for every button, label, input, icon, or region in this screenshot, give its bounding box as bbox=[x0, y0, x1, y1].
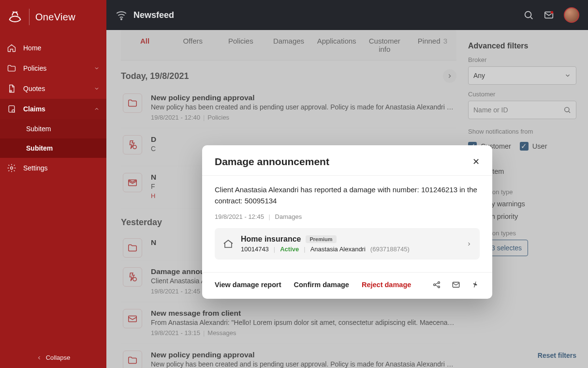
sidebar-submenu-claims: Subitem Subitem bbox=[0, 119, 106, 158]
view-damage-button[interactable]: View damage report bbox=[215, 281, 281, 289]
sidebar-item-label: Home bbox=[23, 44, 41, 52]
svg-point-5 bbox=[525, 12, 531, 18]
modal-title: Damage announcement bbox=[215, 156, 329, 168]
sidebar-item-policies[interactable]: Policies bbox=[0, 58, 106, 78]
confirm-damage-button[interactable]: Confirm damage bbox=[294, 281, 349, 289]
modal-body-text: Client Anastasia Alexandri has reported … bbox=[215, 184, 480, 206]
sidebar-subitem[interactable]: Subitem bbox=[0, 138, 106, 158]
chevron-left-icon bbox=[36, 355, 42, 361]
sidebar-collapse-button[interactable]: Collapse bbox=[0, 347, 106, 368]
policy-id: 10014743 bbox=[241, 245, 269, 253]
sidebar-nav: Home Policies Quotes Claims Subitem Subi… bbox=[0, 38, 106, 347]
mail-icon[interactable] bbox=[452, 280, 460, 289]
sidebar-item-settings[interactable]: Settings bbox=[0, 158, 106, 178]
modal-meta: 19/8/2021 - 12:45 | Damages bbox=[215, 213, 480, 220]
sidebar-item-label: Policies bbox=[23, 64, 46, 72]
home-icon bbox=[7, 43, 16, 53]
sidebar-item-label: Claims bbox=[23, 105, 45, 113]
chevron-up-icon bbox=[94, 106, 100, 112]
sidebar-item-quotes[interactable]: Quotes bbox=[0, 78, 106, 99]
brand-name: OneView bbox=[35, 12, 75, 23]
search-icon[interactable] bbox=[523, 10, 534, 20]
claims-icon bbox=[7, 104, 16, 114]
policy-holder: Anastasia Alexandri bbox=[310, 245, 366, 253]
logo-separator bbox=[29, 9, 29, 25]
sidebar-item-label: Quotes bbox=[23, 85, 45, 92]
page-title: Newsfeed bbox=[133, 10, 174, 20]
sidebar-item-claims[interactable]: Claims bbox=[0, 99, 106, 119]
chevron-right-icon bbox=[466, 241, 472, 247]
svg-point-0 bbox=[10, 90, 12, 92]
damage-modal: Damage announcement ✕ Client Anastasia A… bbox=[202, 145, 492, 299]
folder-icon bbox=[7, 63, 16, 73]
modal-scrim[interactable]: Damage announcement ✕ Client Anastasia A… bbox=[106, 30, 588, 368]
policy-card[interactable]: Home insurance Premium 10014743 | Active… bbox=[215, 228, 480, 260]
premium-badge: Premium bbox=[306, 235, 336, 243]
sidebar-subitem[interactable]: Subitem bbox=[0, 119, 106, 138]
wifi-icon bbox=[115, 9, 128, 21]
pin-icon[interactable] bbox=[471, 280, 480, 289]
main-area: Newsfeed All Offers Policies Damages App… bbox=[106, 0, 588, 368]
svg-rect-1 bbox=[9, 106, 15, 112]
document-icon bbox=[7, 84, 16, 93]
topbar: Newsfeed bbox=[106, 0, 588, 30]
svg-point-7 bbox=[551, 11, 554, 14]
mail-icon[interactable] bbox=[544, 10, 554, 20]
svg-point-3 bbox=[11, 167, 13, 169]
chevron-down-icon bbox=[94, 86, 100, 92]
svg-point-4 bbox=[121, 19, 122, 20]
close-icon[interactable]: ✕ bbox=[472, 156, 480, 167]
generali-lion-icon bbox=[7, 9, 23, 25]
policy-title: Home insurance bbox=[241, 235, 301, 244]
sidebar-item-home[interactable]: Home bbox=[0, 38, 106, 58]
sidebar-item-label: Settings bbox=[23, 164, 48, 172]
home-icon bbox=[222, 238, 234, 250]
share-icon[interactable] bbox=[432, 280, 441, 289]
avatar[interactable] bbox=[564, 7, 579, 23]
content: All Offers Policies Damages Applications… bbox=[106, 30, 588, 368]
collapse-label: Collapse bbox=[46, 354, 71, 361]
gear-icon bbox=[7, 163, 16, 173]
chevron-down-icon bbox=[94, 65, 100, 71]
brand-logo[interactable]: OneView bbox=[0, 0, 106, 38]
sidebar: OneView Home Policies Quotes Claims Subi… bbox=[0, 0, 106, 368]
policy-status: Active bbox=[280, 245, 299, 253]
policy-phone: (6937188745) bbox=[370, 245, 410, 253]
reject-damage-button[interactable]: Reject damage bbox=[362, 281, 411, 289]
